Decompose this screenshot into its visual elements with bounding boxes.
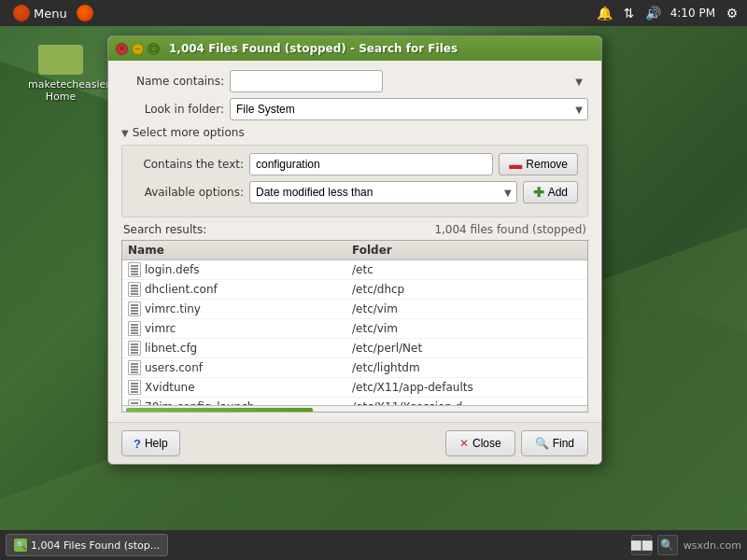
file-icon: [128, 399, 141, 405]
minimize-button[interactable]: −: [132, 43, 144, 55]
file-folder: /etc/X11/app-defaults: [352, 381, 582, 394]
show-desktop-button[interactable]: ⬜⬜: [631, 535, 652, 555]
help-label: Help: [145, 437, 168, 450]
file-name: vimrc.tiny: [145, 302, 352, 315]
file-icon: [128, 341, 141, 356]
options-section: Contains the text: ▬ Remove Available op…: [121, 145, 588, 217]
results-header: Search results: 1,004 files found (stopp…: [121, 223, 588, 236]
table-row[interactable]: login.defs /etc: [122, 260, 587, 280]
file-name: login.defs: [145, 263, 352, 276]
settings-icon[interactable]: ⚙: [725, 6, 740, 21]
taskbar-item-label: 1,004 Files Found (stop...: [31, 539, 160, 552]
network-icon[interactable]: ⇅: [622, 6, 637, 21]
top-panel: Menu 🔔 ⇅ 🔊 4:10 PM ⚙: [0, 0, 747, 26]
close-button[interactable]: ✕ Close: [445, 430, 515, 456]
add-label: Add: [548, 186, 568, 199]
triangle-icon: ▼: [121, 128, 129, 138]
table-row[interactable]: users.conf /etc/lightdm: [122, 358, 587, 378]
file-icon: [128, 321, 141, 336]
available-options-label: Available options:: [132, 186, 244, 199]
table-row[interactable]: 70im-config_launch /etc/X11/Xsession.d: [122, 398, 587, 405]
more-options-label: Select more options: [133, 126, 245, 139]
volume-icon[interactable]: 🔊: [646, 6, 661, 21]
close-icon: ✕: [459, 437, 469, 450]
find-button[interactable]: 🔍 Find: [521, 430, 588, 456]
file-name: vimrc: [145, 322, 352, 335]
look-in-select[interactable]: File System: [230, 98, 588, 120]
look-in-row: Look in folder: File System ▼: [121, 98, 588, 120]
file-folder: /etc/perl/Net: [352, 342, 582, 355]
dialog-footer: ? Help ✕ Close 🔍 Find: [108, 422, 601, 464]
file-icon: [128, 380, 141, 395]
remove-button[interactable]: ▬ Remove: [499, 153, 578, 175]
file-icon: [128, 301, 141, 316]
name-contains-wrapper: ▼: [230, 70, 588, 92]
file-folder: /etc/dhcp: [352, 283, 582, 296]
close-label: Close: [472, 437, 501, 450]
file-icon: [128, 360, 141, 375]
available-options-select[interactable]: Date modified less than Date accessed le…: [249, 181, 517, 203]
file-folder: /etc/X11/Xsession.d: [352, 400, 582, 405]
hscroll-thumb: [126, 408, 313, 413]
results-count: 1,004 files found (stopped): [434, 223, 586, 236]
footer-buttons: ✕ Close 🔍 Find: [445, 430, 588, 456]
folder-image: [38, 37, 83, 75]
more-options-toggle[interactable]: ▼ Select more options: [121, 126, 588, 139]
find-label: Find: [553, 437, 574, 450]
table-row[interactable]: vimrc.tiny /etc/vim: [122, 300, 587, 319]
file-name: libnet.cfg: [145, 342, 352, 355]
contains-text-row: Contains the text: ▬ Remove: [132, 153, 578, 175]
menu-label: Menu: [34, 7, 67, 21]
help-icon: ?: [134, 437, 141, 451]
firefox-icon[interactable]: [77, 5, 93, 21]
notification-icon[interactable]: 🔔: [598, 6, 613, 21]
home-folder-icon[interactable]: maketecheasier's Home: [28, 37, 93, 103]
look-in-wrapper: File System ▼: [230, 98, 588, 120]
ubuntu-icon: [13, 5, 30, 21]
help-button[interactable]: ? Help: [121, 430, 180, 456]
dialog-titlebar[interactable]: ✕ − □ 1,004 Files Found (stopped) - Sear…: [108, 36, 601, 61]
menu-button[interactable]: Menu: [7, 3, 73, 23]
close-window-button[interactable]: ✕: [116, 43, 128, 55]
maximize-button[interactable]: □: [148, 43, 160, 55]
window-controls: ✕ − □: [116, 43, 160, 55]
available-options-row: Available options: Date modified less th…: [132, 181, 578, 203]
file-list-container: Name Folder login.defs /etc dhclient.con…: [121, 240, 588, 413]
search-results-label: Search results:: [123, 223, 206, 236]
table-row[interactable]: dhclient.conf /etc/dhcp: [122, 280, 587, 300]
search-dialog: ✕ − □ 1,004 Files Found (stopped) - Sear…: [107, 35, 602, 465]
dialog-title: 1,004 Files Found (stopped) - Search for…: [169, 42, 458, 55]
table-row[interactable]: vimrc /etc/vim: [122, 319, 587, 339]
file-list-header: Name Folder: [122, 241, 587, 260]
find-icon: 🔍: [535, 437, 549, 450]
panel-left: Menu: [7, 3, 93, 23]
horizontal-scrollbar[interactable]: [122, 405, 587, 413]
file-name: dhclient.conf: [145, 283, 352, 296]
file-icon: [128, 262, 141, 277]
name-contains-arrow-icon: ▼: [575, 77, 583, 87]
file-list-body[interactable]: login.defs /etc dhclient.conf /etc/dhcp …: [122, 260, 587, 405]
look-in-label: Look in folder:: [121, 103, 224, 116]
taskbar-item-icon: 🔍: [14, 539, 27, 552]
name-contains-input[interactable]: [230, 70, 383, 92]
taskbar-item[interactable]: 🔍 1,004 Files Found (stop...: [6, 534, 168, 556]
file-name: users.conf: [145, 361, 352, 374]
remove-label: Remove: [526, 158, 568, 171]
table-row[interactable]: Xvidtune /etc/X11/app-defaults: [122, 378, 587, 398]
taskbar: 🔍 1,004 Files Found (stop... ⬜⬜ 🔍 wsxdn.…: [0, 530, 747, 560]
file-folder: /etc/vim: [352, 302, 582, 315]
name-contains-label: Name contains:: [121, 75, 224, 88]
search-taskbar-icon[interactable]: 🔍: [657, 535, 678, 555]
add-icon: ✚: [533, 185, 544, 200]
file-folder: /etc: [352, 263, 582, 276]
available-options-wrapper: Date modified less than Date accessed le…: [249, 181, 517, 203]
remove-icon: ▬: [509, 157, 522, 172]
add-button[interactable]: ✚ Add: [523, 181, 578, 203]
taskbar-right: ⬜⬜ 🔍 wsxdn.com: [631, 535, 741, 555]
contains-text-input[interactable]: [249, 153, 493, 175]
file-folder: /etc/lightdm: [352, 361, 582, 374]
desktop: Menu 🔔 ⇅ 🔊 4:10 PM ⚙ maketecheasier's Ho…: [0, 0, 747, 560]
clock: 4:10 PM: [670, 7, 715, 20]
table-row[interactable]: libnet.cfg /etc/perl/Net: [122, 339, 587, 358]
name-contains-row: Name contains: ▼: [121, 70, 588, 92]
